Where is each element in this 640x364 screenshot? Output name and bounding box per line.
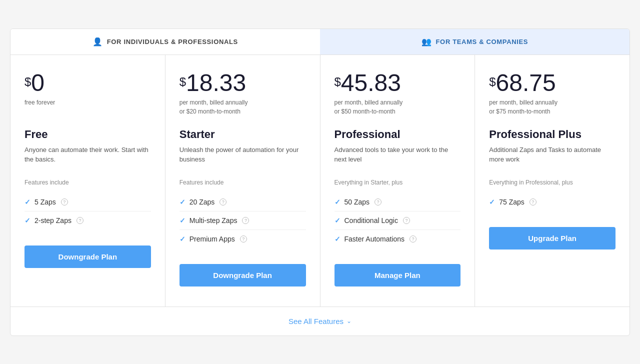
feature-list: ✓5 Zaps?✓2-step Zaps?	[24, 193, 151, 230]
feature-text: 2-step Zaps	[34, 216, 72, 224]
check-icon: ✓	[334, 235, 340, 243]
feature-item: ✓Faster Automations?	[334, 230, 461, 248]
help-icon[interactable]: ?	[410, 236, 416, 242]
plan-name: Starter	[180, 128, 306, 141]
help-icon[interactable]: ?	[403, 217, 410, 224]
check-icon: ✓	[334, 216, 340, 224]
help-icon[interactable]: ?	[530, 198, 536, 206]
price-row: $18.33	[180, 71, 306, 95]
feature-list: ✓75 Zaps?	[489, 193, 616, 211]
downgrade-plan-button[interactable]: Downgrade Plan	[24, 246, 151, 268]
plan-tagline: Anyone can automate their work. Start wi…	[24, 145, 151, 169]
feature-item: ✓20 Zaps?	[180, 193, 306, 212]
upgrade-plan-button[interactable]: Upgrade Plan	[489, 227, 616, 250]
price: $18.33	[180, 71, 306, 95]
plan-starter: $18.33per month, billed annually or $20 …	[166, 55, 320, 306]
check-icon: ✓	[24, 198, 30, 206]
feature-item: ✓75 Zaps?	[489, 193, 616, 211]
price-desc: free forever	[24, 98, 151, 116]
feature-text: 20 Zaps	[190, 198, 215, 206]
plan-tagline: Additional Zaps and Tasks to automate mo…	[489, 145, 616, 169]
plan-name: Professional Plus	[489, 128, 616, 141]
plans: $0free foreverFreeAnyone can automate th…	[10, 55, 630, 307]
teams-icon: 👥	[422, 37, 432, 46]
feature-item: ✓50 Zaps?	[334, 193, 461, 212]
feature-text: Faster Automations	[344, 235, 405, 243]
individual-icon: 👤	[92, 37, 103, 46]
tab-individuals-label: FOR INDIVIDUALS & PROFESSIONALS	[107, 38, 238, 46]
price-desc: per month, billed annually or $50 month-…	[334, 98, 461, 116]
feature-text: 5 Zaps	[34, 198, 56, 206]
see-features-link[interactable]: See All Features ⌄	[288, 317, 352, 326]
features-label: Everything in Starter, plus	[334, 179, 461, 186]
check-icon: ✓	[24, 216, 30, 224]
feature-item: ✓5 Zaps?	[24, 193, 151, 212]
tab-teams-label: FOR TEAMS & COMPANIES	[436, 38, 528, 46]
price: $68.75	[489, 71, 616, 95]
plan-tagline: Unleash the power of automation for your…	[180, 145, 306, 169]
feature-item: ✓Premium Apps?	[180, 230, 306, 248]
price-row: $45.83	[334, 71, 461, 95]
feature-item: ✓2-step Zaps?	[24, 212, 151, 230]
help-icon[interactable]: ?	[374, 198, 382, 206]
plan-tagline: Advanced tools to take your work to the …	[334, 145, 461, 169]
check-icon: ✓	[180, 216, 186, 224]
pricing-container: 👤 FOR INDIVIDUALS & PROFESSIONALS 👥 FOR …	[10, 28, 630, 336]
help-icon[interactable]: ?	[220, 198, 226, 206]
price-row: $0	[24, 71, 151, 95]
help-icon[interactable]: ?	[76, 217, 84, 224]
feature-text: 50 Zaps	[344, 198, 370, 206]
help-icon[interactable]: ?	[242, 217, 249, 224]
plan-name: Professional	[334, 128, 461, 141]
feature-item: ✓Conditional Logic?	[334, 212, 461, 230]
plan-professional: $45.83per month, billed annually or $50 …	[320, 55, 476, 306]
tab-individuals[interactable]: 👤 FOR INDIVIDUALS & PROFESSIONALS	[10, 29, 320, 54]
price: $45.83	[334, 71, 461, 95]
feature-text: Conditional Logic	[344, 216, 398, 224]
feature-list: ✓20 Zaps?✓Multi-step Zaps?✓Premium Apps?	[180, 193, 306, 248]
price-desc: per month, billed annually or $20 month-…	[180, 98, 306, 116]
manage-plan-button[interactable]: Manage Plan	[334, 264, 461, 286]
feature-item: ✓Multi-step Zaps?	[180, 212, 306, 230]
help-icon[interactable]: ?	[61, 198, 68, 206]
plan-name: Free	[24, 128, 151, 141]
features-label: Everything in Professional, plus	[489, 179, 616, 186]
help-icon[interactable]: ?	[240, 236, 247, 242]
chevron-down-icon: ⌄	[346, 318, 352, 324]
plan-free: $0free foreverFreeAnyone can automate th…	[10, 55, 166, 306]
check-icon: ✓	[180, 235, 186, 243]
see-features-label: See All Features	[288, 317, 344, 326]
footer: See All Features ⌄	[10, 307, 630, 336]
downgrade-plan-button[interactable]: Downgrade Plan	[180, 264, 306, 286]
plan-professional-plus: $68.75per month, billed annually or $75 …	[475, 55, 630, 306]
feature-list: ✓50 Zaps?✓Conditional Logic?✓Faster Auto…	[334, 193, 461, 248]
price-desc: per month, billed annually or $75 month-…	[489, 98, 616, 116]
feature-text: 75 Zaps	[499, 198, 524, 206]
price-row: $68.75	[489, 71, 616, 95]
check-icon: ✓	[334, 198, 340, 206]
feature-text: Premium Apps	[190, 235, 235, 243]
feature-text: Multi-step Zaps	[190, 216, 238, 224]
check-icon: ✓	[180, 198, 186, 206]
features-label: Features include	[24, 179, 151, 186]
price: $0	[24, 71, 151, 95]
tabs: 👤 FOR INDIVIDUALS & PROFESSIONALS 👥 FOR …	[10, 29, 630, 55]
features-label: Features include	[180, 179, 306, 186]
check-icon: ✓	[489, 198, 495, 206]
tab-teams[interactable]: 👥 FOR TEAMS & COMPANIES	[320, 29, 630, 54]
